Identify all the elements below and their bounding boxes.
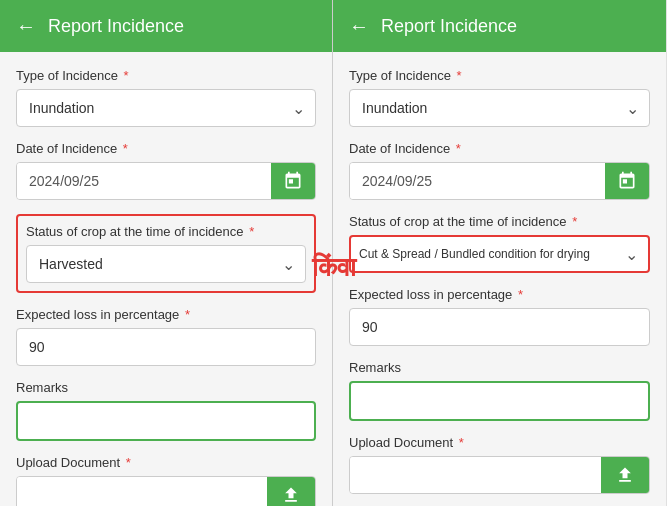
right-calendar-button[interactable] (605, 163, 649, 199)
right-date-wrapper (349, 162, 650, 200)
right-upload-doc-icon (615, 465, 635, 485)
right-upload-doc-wrapper (349, 456, 650, 494)
right-upload-doc-label: Upload Document * (349, 435, 650, 450)
right-back-button[interactable]: ← (349, 15, 369, 38)
right-expected-loss-label: Expected loss in percentage * (349, 287, 650, 302)
right-type-incidence-label: Type of Incidence * (349, 68, 650, 83)
left-date-incidence-label: Date of Incidence * (16, 141, 316, 156)
right-remarks-group: Remarks (349, 360, 650, 421)
right-crop-status-label: Status of crop at the time of incidence … (349, 214, 650, 229)
right-type-incidence-select[interactable]: Inundation (350, 90, 649, 126)
left-type-incidence-select[interactable]: Inundation (17, 90, 315, 126)
left-remarks-label: Remarks (16, 380, 316, 395)
right-remarks-input[interactable] (349, 381, 650, 421)
right-form: Type of Incidence * Inundation ⌄ Date of… (333, 52, 666, 506)
left-upload-doc-wrapper (16, 476, 316, 506)
left-crop-status-select-wrapper: Harvested ⌄ (26, 245, 306, 283)
right-type-incidence-group: Type of Incidence * Inundation ⌄ (349, 68, 650, 127)
right-upload-doc-group: Upload Document * (349, 435, 650, 494)
left-remarks-group: Remarks (16, 380, 316, 441)
left-upload-icon (281, 485, 301, 505)
left-date-incidence-group: Date of Incidence * (16, 141, 316, 200)
left-header-title: Report Incidence (48, 16, 184, 37)
right-type-incidence-select-wrapper: Inundation ⌄ (349, 89, 650, 127)
right-crop-status-select[interactable]: Cut & Spread / Bundled condition for dry… (351, 237, 648, 271)
left-upload-doc-input[interactable] (17, 477, 267, 506)
left-header: ← Report Incidence (0, 0, 332, 52)
right-header-title: Report Incidence (381, 16, 517, 37)
left-expected-loss-label: Expected loss in percentage * (16, 307, 316, 322)
right-crop-status-select-wrapper: Cut & Spread / Bundled condition for dry… (349, 235, 650, 273)
left-type-incidence-group: Type of Incidence * Inundation ⌄ (16, 68, 316, 127)
right-expected-loss-input[interactable] (349, 308, 650, 346)
right-upload-doc-input[interactable] (350, 457, 601, 493)
left-expected-loss-input[interactable] (16, 328, 316, 366)
right-date-incidence-group: Date of Incidence * (349, 141, 650, 200)
left-back-button[interactable]: ← (16, 15, 36, 38)
right-header: ← Report Incidence (333, 0, 666, 52)
right-date-input[interactable] (350, 163, 605, 199)
right-crop-status-group: Status of crop at the time of incidence … (349, 214, 650, 273)
right-panel: ← Report Incidence Type of Incidence * I… (333, 0, 666, 506)
left-crop-status-label: Status of crop at the time of incidence … (26, 224, 306, 239)
left-upload-doc-group: Upload Document * (16, 455, 316, 506)
right-remarks-label: Remarks (349, 360, 650, 375)
left-calendar-button[interactable] (271, 163, 315, 199)
right-expected-loss-group: Expected loss in percentage * (349, 287, 650, 346)
left-expected-loss-group: Expected loss in percentage * (16, 307, 316, 366)
left-upload-doc-button[interactable] (267, 477, 315, 506)
left-type-incidence-label: Type of Incidence * (16, 68, 316, 83)
right-upload-doc-button[interactable] (601, 457, 649, 493)
left-crop-status-select[interactable]: Harvested (27, 246, 305, 282)
left-crop-status-highlighted-group: Status of crop at the time of incidence … (16, 214, 316, 293)
left-date-input[interactable] (17, 163, 271, 199)
left-form: Type of Incidence * Inundation ⌄ Date of… (0, 52, 332, 506)
left-calendar-icon (283, 171, 303, 191)
left-date-wrapper (16, 162, 316, 200)
right-calendar-icon (617, 171, 637, 191)
left-panel: ← Report Incidence Type of Incidence * I… (0, 0, 333, 506)
left-type-incidence-select-wrapper: Inundation ⌄ (16, 89, 316, 127)
left-upload-doc-label: Upload Document * (16, 455, 316, 470)
right-date-incidence-label: Date of Incidence * (349, 141, 650, 156)
left-remarks-input[interactable] (16, 401, 316, 441)
